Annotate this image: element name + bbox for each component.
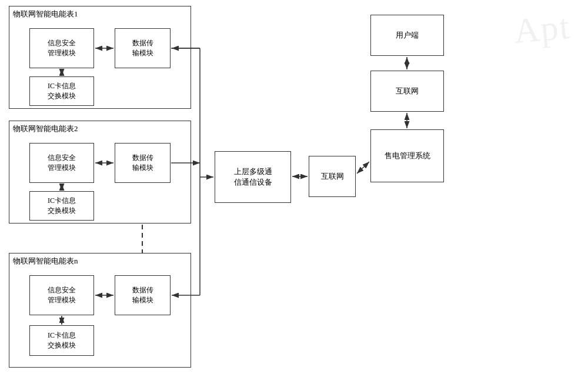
- metern-data-transfer: 数据传输模块: [115, 275, 171, 315]
- watermark-apt: Apt: [512, 6, 572, 52]
- metern-info-security: 信息安全管理模块: [29, 275, 94, 315]
- meter1-ic-card: IC卡信息交换模块: [29, 76, 94, 106]
- svg-line-17: [357, 162, 369, 174]
- internet-middle-box: 互联网: [309, 156, 356, 197]
- internet-right-box: 互联网: [370, 71, 444, 112]
- meter1-data-transfer: 数据传输模块: [115, 28, 171, 68]
- diagram-container: 物联网智能电能表1 信息安全管理模块 数据传输模块 IC卡信息交换模块 物联网智…: [0, 0, 588, 387]
- metern-ic-card: IC卡信息交换模块: [29, 325, 94, 356]
- meter1-info-security: 信息安全管理模块: [29, 28, 94, 68]
- user-terminal-box: 用户端: [370, 15, 444, 56]
- meter2-info-security: 信息安全管理模块: [29, 143, 94, 183]
- electricity-mgmt-box: 售电管理系统: [370, 129, 444, 182]
- central-comm-box: 上层多级通信通信设备: [215, 151, 291, 203]
- meter2-label: 物联网智能电能表2: [13, 124, 78, 134]
- meter2-data-transfer: 数据传输模块: [115, 143, 171, 183]
- metern-label: 物联网智能电能表n: [13, 256, 78, 266]
- meter1-label: 物联网智能电能表1: [13, 9, 78, 19]
- meter2-ic-card: IC卡信息交换模块: [29, 191, 94, 221]
